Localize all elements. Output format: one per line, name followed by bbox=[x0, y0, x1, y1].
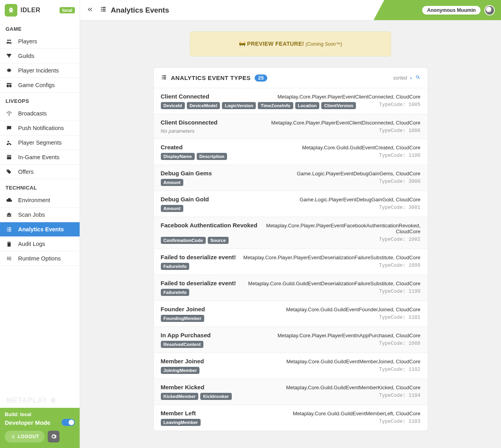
param-badge: Source bbox=[208, 237, 229, 244]
event-class: Metaplay.Core.Player.PlayerEventInAppPur… bbox=[278, 333, 421, 338]
event-params: ConfirmationCodeSource bbox=[161, 237, 229, 244]
list-icon bbox=[161, 74, 167, 82]
sidebar-item-game-configs[interactable]: Game Configs bbox=[0, 78, 80, 93]
env-badge: local bbox=[60, 7, 75, 13]
sidebar-item-player-segments[interactable]: Player Segments bbox=[0, 136, 80, 150]
list-icon bbox=[6, 226, 13, 232]
event-row[interactable]: Facebook Authentication Revoked Metaplay… bbox=[154, 217, 428, 249]
topbar: Analytics Events Anonymous Muumin bbox=[80, 0, 501, 20]
sidebar-item-label: Push Notifications bbox=[18, 125, 64, 131]
event-row[interactable]: Created Metaplay.Core.Guild.GuildEventCr… bbox=[154, 139, 428, 165]
event-class: Metaplay.Core.Guild.GuildEventCreated, C… bbox=[302, 145, 420, 151]
event-row[interactable]: Client Disconnected Metaplay.Core.Player… bbox=[154, 114, 428, 139]
event-class: Metaplay.Core.Guild.GuildEventFounderJoi… bbox=[286, 307, 421, 312]
event-name: Client Disconnected bbox=[161, 119, 218, 126]
antenna-icon bbox=[6, 110, 13, 117]
developer-mode-toggle[interactable] bbox=[61, 419, 75, 426]
sidebar-item-label: Players bbox=[18, 38, 37, 45]
event-row[interactable]: In App Purchased Metaplay.Core.Player.Pl… bbox=[154, 327, 428, 353]
main: Analytics Events Anonymous Muumin 🚧 PREV… bbox=[80, 0, 501, 448]
sidebar-item-label: Scan Jobs bbox=[18, 212, 45, 218]
param-badge: LogicVersion bbox=[222, 102, 256, 109]
event-row[interactable]: Member Left Metaplay.Core.Guild.GuildEve… bbox=[154, 405, 428, 431]
event-class: Metaplay.Core.Guild.GuildEventMemberLeft… bbox=[293, 411, 420, 416]
event-params: DisplayNameDescription bbox=[161, 153, 227, 160]
event-class: Metaplay.Core.Guild.GuildEventMemberJoin… bbox=[286, 359, 420, 364]
event-params: JoiningMember bbox=[161, 367, 200, 374]
event-class: Metaplay.Core.Player.PlayerEventClientCo… bbox=[278, 94, 421, 100]
event-params: FailureInfo bbox=[161, 289, 190, 296]
event-typecode: TypeCode: 1005 bbox=[379, 102, 420, 108]
event-row[interactable]: Founder Joined Metaplay.Core.Guild.Guild… bbox=[154, 301, 428, 327]
event-name: Debug Gain Gold bbox=[161, 196, 209, 203]
event-name: Founder Joined bbox=[161, 306, 205, 312]
param-badge: Amount bbox=[161, 205, 183, 212]
event-row[interactable]: Client Connected Metaplay.Core.Player.Pl… bbox=[154, 88, 428, 114]
sidebar-item-push-notifications[interactable]: Push Notifications bbox=[0, 121, 80, 136]
param-badge: KickedMember bbox=[161, 393, 199, 400]
sidebar-item-label: In-Game Events bbox=[18, 154, 60, 160]
sidebar-item-players[interactable]: Players bbox=[0, 34, 80, 49]
event-row[interactable]: Member Joined Metaplay.Core.Guild.GuildE… bbox=[154, 353, 428, 379]
user-tag-icon bbox=[6, 139, 13, 146]
event-name: In App Purchased bbox=[161, 332, 211, 338]
event-class: Metaplay.Core.Player.PlayerEventFacebook… bbox=[262, 223, 421, 234]
calendar-icon bbox=[6, 154, 13, 160]
event-name: Facebook Authentication Revoked bbox=[161, 222, 257, 229]
sidebar-item-audit-logs[interactable]: Audit Logs bbox=[0, 237, 80, 251]
event-params: DeviceIdDeviceModelLogicVersionTimeZoneI… bbox=[161, 102, 356, 109]
event-row[interactable]: Failed to deserialize event! Metaplay.Co… bbox=[154, 275, 428, 301]
card-title: ANALYTICS EVENT TYPES bbox=[171, 74, 251, 81]
event-params: KickedMemberKickInvoker bbox=[161, 393, 232, 400]
content: 🚧 PREVIEW FEATURE! (Coming Soon™) ANALYT… bbox=[80, 20, 501, 448]
sidebar-item-scan-jobs[interactable]: Scan Jobs bbox=[0, 208, 80, 222]
param-badge: Description bbox=[197, 153, 227, 160]
settings-button[interactable] bbox=[48, 431, 60, 442]
event-class: Metaplay.Core.Player.PlayerEventDeserial… bbox=[243, 255, 420, 260]
event-row[interactable]: Debug Gain Gold Game.Logic.PlayerEventDe… bbox=[154, 191, 428, 217]
events-card: ANALYTICS EVENT TYPES 25 sorted › Client… bbox=[153, 67, 428, 431]
sidebar-nav: GAMEPlayersGuildsPlayer IncidentsGame Co… bbox=[0, 20, 80, 266]
sidebar-item-label: Runtime Options bbox=[18, 255, 61, 262]
param-badge: LeavingMember bbox=[161, 419, 201, 426]
sidebar-item-in-game-events[interactable]: In-Game Events bbox=[0, 150, 80, 165]
param-badge: DeviceId bbox=[161, 102, 185, 109]
sidebar-item-player-incidents[interactable]: Player Incidents bbox=[0, 63, 80, 78]
sidebar-item-runtime-options[interactable]: Runtime Options bbox=[0, 251, 80, 266]
sidebar-item-environment[interactable]: Environment bbox=[0, 193, 80, 208]
table-icon bbox=[6, 82, 13, 88]
barrier-icon: 🚧 bbox=[239, 41, 246, 47]
sidebar-item-broadcasts[interactable]: Broadcasts bbox=[0, 106, 80, 121]
event-row[interactable]: Failed to deserialize event! Metaplay.Co… bbox=[154, 249, 428, 275]
tags-icon bbox=[6, 169, 13, 175]
event-params: Amount bbox=[161, 205, 183, 212]
current-user[interactable]: Anonymous Muumin bbox=[422, 6, 481, 15]
brand-mark: METAPLAY bbox=[0, 393, 80, 408]
event-row[interactable]: Debug Gain Gems Game.Logic.PlayerEventDe… bbox=[154, 165, 428, 191]
param-badge: ConfirmationCode bbox=[161, 237, 206, 244]
sidebar-item-label: Game Configs bbox=[18, 82, 55, 88]
sidebar-item-offers[interactable]: Offers bbox=[0, 165, 80, 179]
param-badge: FailureInfo bbox=[161, 263, 190, 270]
sidebar-item-guilds[interactable]: Guilds bbox=[0, 49, 80, 63]
list-icon bbox=[100, 6, 107, 15]
avatar[interactable] bbox=[484, 5, 495, 15]
param-badge: FoundingMember bbox=[161, 315, 204, 322]
event-class: Metaplay.Core.Guild.GuildEventMemberKick… bbox=[286, 385, 421, 390]
event-row[interactable]: Member Kicked Metaplay.Core.Guild.GuildE… bbox=[154, 379, 428, 405]
event-class: Metaplay.Core.Guild.GuildEventDeserializ… bbox=[248, 281, 421, 286]
param-badge: Amount bbox=[161, 179, 183, 186]
sidebar-section-title: LIVEOPS bbox=[0, 93, 80, 106]
event-no-params: No parameters bbox=[161, 128, 195, 134]
chevron-right-icon[interactable]: › bbox=[410, 75, 412, 81]
search-button[interactable] bbox=[415, 74, 421, 81]
param-badge: ClientVersion bbox=[321, 102, 356, 109]
sidebar-item-label: Offers bbox=[18, 169, 34, 175]
sort-label: sorted bbox=[393, 75, 407, 81]
event-params: ResolvedContent bbox=[161, 341, 204, 348]
collapse-sidebar-button[interactable] bbox=[86, 6, 93, 15]
gear-icon bbox=[50, 433, 57, 440]
sidebar-item-analytics-events[interactable]: Analytics Events bbox=[0, 222, 80, 237]
event-typecode: TypeCode: 3000 bbox=[379, 179, 420, 184]
logout-button[interactable]: LOGOUT bbox=[5, 431, 45, 442]
